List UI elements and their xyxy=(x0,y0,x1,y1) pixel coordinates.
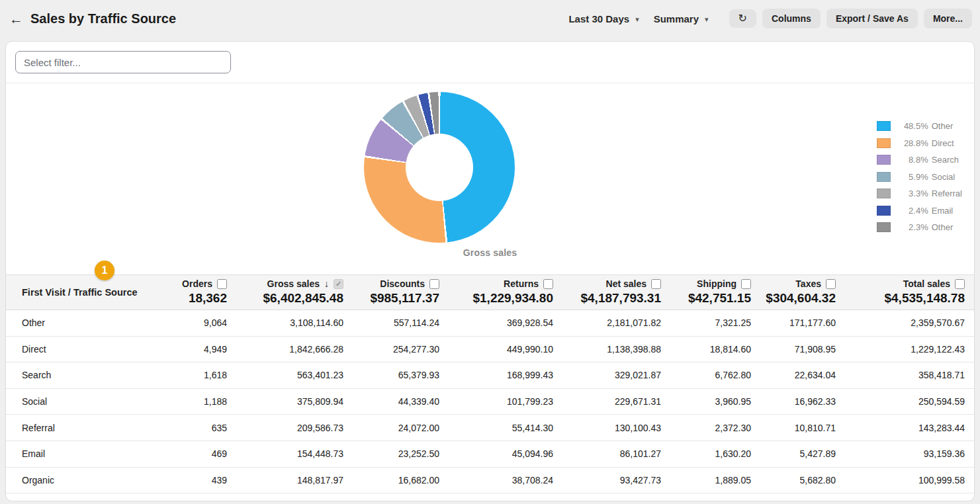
filter-select-input[interactable] xyxy=(15,51,231,73)
cell-value: 9,064 xyxy=(159,310,231,337)
legend-percent: 3.3% xyxy=(901,189,928,198)
legend-swatch-icon xyxy=(877,172,891,182)
column-checkbox[interactable] xyxy=(543,279,553,289)
cell-value: 254,277.30 xyxy=(347,336,443,362)
legend-percent: 48.5% xyxy=(901,121,928,131)
legend-swatch-icon xyxy=(877,155,891,165)
cell-value: 3,960.95 xyxy=(665,388,755,415)
legend-swatch-icon xyxy=(877,138,891,148)
table-row: Email 469154,448.7323,252.5045,094.9686,… xyxy=(6,441,974,467)
cell-value: 1,618 xyxy=(159,362,231,389)
legend-percent: 2.4% xyxy=(901,206,928,216)
column-label[interactable]: Gross sales xyxy=(267,278,320,289)
legend-item[interactable]: 2.4% Email xyxy=(877,206,962,216)
chart-legend: 48.5% Other 28.8% Direct 8.8% Search 5.9… xyxy=(877,121,962,239)
cell-value: 16,962.33 xyxy=(755,388,840,415)
column-checkbox[interactable] xyxy=(955,279,965,289)
cell-value: 1,889.05 xyxy=(665,467,755,493)
column-checkbox[interactable] xyxy=(741,279,751,289)
table-row: Organic 439148,817.9716,682.0038,708.249… xyxy=(6,467,974,493)
legend-percent: 28.8% xyxy=(901,138,928,148)
column-label[interactable]: Returns xyxy=(504,278,539,289)
cell-value: 6,762.80 xyxy=(665,362,755,389)
column-label[interactable]: Shipping xyxy=(697,278,736,289)
row-label: Direct xyxy=(6,336,159,362)
cell-value: 635 xyxy=(159,415,231,441)
view-mode-label: Summary xyxy=(654,13,699,24)
legend-percent: 5.9% xyxy=(901,172,928,182)
legend-item[interactable]: 5.9% Social xyxy=(877,172,962,182)
metric-column-header: Net sales $4,187,793.31 xyxy=(557,275,665,310)
cell-value: 18,814.60 xyxy=(665,336,755,362)
legend-label: Other xyxy=(932,222,954,232)
column-label[interactable]: Orders xyxy=(182,278,212,289)
legend-item[interactable]: 2.3% Other xyxy=(877,222,962,232)
column-total: $304,604.32 xyxy=(759,291,836,306)
cell-value: 557,114.24 xyxy=(347,310,443,337)
table-row: Direct 4,9491,842,666.28254,277.30449,99… xyxy=(6,336,974,362)
column-label[interactable]: Total sales xyxy=(903,278,950,289)
columns-button[interactable]: Columns xyxy=(762,9,821,28)
legend-percent: 8.8% xyxy=(901,155,928,165)
legend-label: Other xyxy=(932,121,954,131)
chart-metric-label: Gross sales xyxy=(6,247,974,258)
view-mode-dropdown[interactable]: Summary ▾ xyxy=(654,13,709,24)
legend-item[interactable]: 28.8% Direct xyxy=(877,138,962,148)
table-row: Other 9,0643,108,114.60557,114.24369,928… xyxy=(6,310,974,337)
column-label[interactable]: Net sales xyxy=(606,278,646,289)
column-total: $6,402,845.48 xyxy=(235,291,343,306)
metric-column-header: Gross sales ↓ ✓ $6,402,845.48 xyxy=(231,275,347,310)
metric-column-header: Taxes $304,604.32 xyxy=(755,275,840,310)
cell-value: 375,809.94 xyxy=(231,388,347,415)
step-badge: 1 xyxy=(95,261,114,280)
legend-label: Search xyxy=(932,155,959,165)
more-button[interactable]: More... xyxy=(924,9,972,28)
cell-value: 23,252.50 xyxy=(347,441,443,467)
back-arrow-icon[interactable]: ← xyxy=(9,12,26,26)
legend-label: Social xyxy=(932,172,955,182)
cell-value: 143,283.44 xyxy=(840,415,974,441)
row-label: Email xyxy=(6,441,159,467)
legend-item[interactable]: 8.8% Search xyxy=(877,155,962,165)
donut-chart[interactable] xyxy=(364,92,515,243)
refresh-button[interactable]: ↻ xyxy=(729,9,756,28)
column-total: $1,229,934.80 xyxy=(447,291,553,306)
legend-swatch-icon xyxy=(877,222,891,232)
chevron-down-icon: ▾ xyxy=(635,15,639,24)
row-label: Organic xyxy=(6,467,159,493)
metric-column-header: Orders 18,362 xyxy=(159,275,231,310)
column-total: 18,362 xyxy=(163,291,227,306)
legend-item[interactable]: 3.3% Referral xyxy=(877,189,962,198)
column-checkbox[interactable] xyxy=(826,279,836,289)
column-total: $42,751.15 xyxy=(669,291,751,306)
cell-value: 5,427.89 xyxy=(755,441,840,467)
export-save-as-button[interactable]: Export / Save As xyxy=(826,9,918,28)
row-dimension-header[interactable]: First Visit / Traffic Source xyxy=(6,275,159,310)
cell-value: 439 xyxy=(159,467,231,493)
column-checkbox[interactable] xyxy=(429,279,439,289)
cell-value: 2,181,071.82 xyxy=(557,310,665,337)
cell-value: 130,100.43 xyxy=(557,415,665,441)
legend-item[interactable]: 48.5% Other xyxy=(877,121,962,131)
cell-value: 101,799.23 xyxy=(443,388,557,415)
chart-section: Gross sales 48.5% Other 28.8% Direct 8.8… xyxy=(6,83,974,264)
topbar-actions: Last 30 Days ▾ Summary ▾ ↻ Columns Expor… xyxy=(568,9,972,28)
cell-value: 154,448.73 xyxy=(231,441,347,467)
cell-value: 45,094.96 xyxy=(443,441,557,467)
legend-swatch-icon xyxy=(877,206,891,216)
legend-percent: 2.3% xyxy=(901,222,928,232)
column-checkbox[interactable] xyxy=(651,279,661,289)
legend-label: Email xyxy=(932,206,954,216)
column-label[interactable]: Discounts xyxy=(380,278,425,289)
cell-value: 10,810.71 xyxy=(755,415,840,441)
metric-column-header: Discounts $985,117.37 xyxy=(347,275,443,310)
cell-value: 1,630.20 xyxy=(665,441,755,467)
cell-value: 38,708.24 xyxy=(443,467,557,493)
date-range-dropdown[interactable]: Last 30 Days ▾ xyxy=(568,13,639,24)
column-checkbox[interactable]: ✓ xyxy=(334,279,343,289)
cell-value: 171,177.60 xyxy=(755,310,840,337)
table-row: Search 1,618563,401.2365,379.93168,999.4… xyxy=(6,362,974,389)
column-label[interactable]: Taxes xyxy=(795,278,821,289)
column-checkbox[interactable] xyxy=(217,279,227,289)
traffic-source-table: First Visit / Traffic Source Orders 18,3… xyxy=(6,274,974,493)
